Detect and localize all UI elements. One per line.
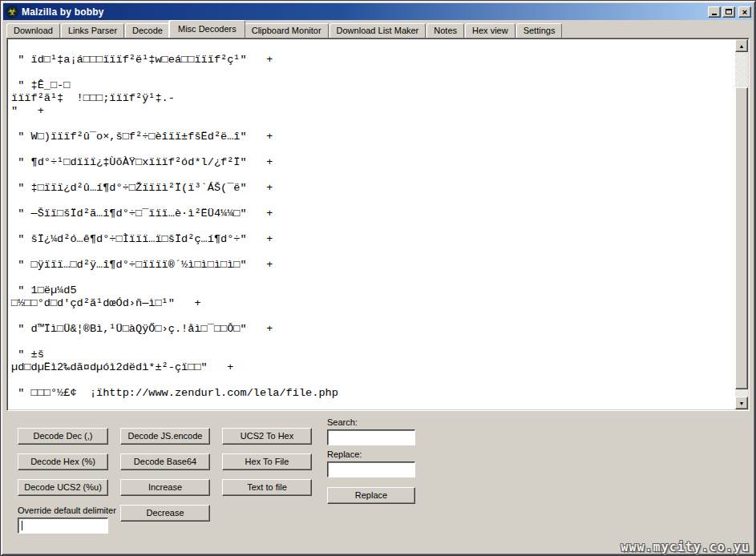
button-increase[interactable]: Increase <box>120 479 210 496</box>
text-cursor <box>22 521 22 530</box>
decoder-text-area[interactable]: " ïd□¹‡a¡á□□□ïïïf²ë¹‡w□eá□□ïïïf²ç¹" + " … <box>7 38 735 410</box>
malzilla-window: ☣ Malzilla by bobby × Download Links Par… <box>0 0 756 556</box>
scrollbar-thumb[interactable] <box>735 87 748 389</box>
watermark-text: www.mycity.co.yu <box>621 540 750 554</box>
tab-download-list-maker[interactable]: Download List Maker <box>329 23 427 38</box>
button-text-to-file[interactable]: Text to file <box>222 479 312 496</box>
tab-decode[interactable]: Decode <box>125 23 170 38</box>
window-title: Malzilla by bobby <box>22 6 708 18</box>
tab-links-parser[interactable]: Links Parser <box>61 23 124 38</box>
window-controls: × <box>708 6 751 18</box>
button-decode-hex[interactable]: Decode Hex (%) <box>18 453 108 470</box>
replace-button[interactable]: Replace <box>327 487 415 504</box>
tab-bar: Download Links Parser Decode Misc Decode… <box>3 20 753 38</box>
button-hex-to-file[interactable]: Hex To File <box>222 453 312 470</box>
button-decode-ucs2[interactable]: Decode UCS2 (%u) <box>18 479 108 496</box>
search-label: Search: <box>327 417 358 427</box>
tab-clipboard-monitor[interactable]: Clipboard Monitor <box>245 23 329 38</box>
override-delimiter-input[interactable] <box>18 518 108 534</box>
tab-settings[interactable]: Settings <box>516 23 563 38</box>
scroll-up-button[interactable]: ▲ <box>735 39 748 52</box>
scrollbar-track[interactable] <box>735 52 748 397</box>
maximize-icon <box>726 9 732 14</box>
decoder-controls-panel: Decode Dec (,) Decode JS.encode UCS2 To … <box>3 411 753 553</box>
close-button[interactable]: × <box>738 6 751 18</box>
biohazard-icon: ☣ <box>6 6 18 18</box>
button-decode-dec[interactable]: Decode Dec (,) <box>18 428 108 445</box>
tab-download[interactable]: Download <box>6 23 60 38</box>
tab-misc-decoders[interactable]: Misc Decoders <box>169 20 245 38</box>
override-delimiter-label: Override default delimiter <box>18 506 116 515</box>
search-input[interactable] <box>327 429 415 445</box>
maximize-button[interactable] <box>722 6 735 18</box>
replace-input[interactable] <box>327 461 415 477</box>
title-bar: ☣ Malzilla by bobby × <box>3 3 753 20</box>
button-ucs2-to-hex[interactable]: UCS2 To Hex <box>222 428 312 445</box>
decoder-button-grid: Decode Dec (,) Decode JS.encode UCS2 To … <box>18 428 312 496</box>
decoder-editor: " ïd□¹‡a¡á□□□ïïïf²ë¹‡w□eá□□ïïïf²ç¹" + " … <box>6 38 750 411</box>
close-icon: × <box>742 8 747 16</box>
vertical-scrollbar[interactable]: ▲ ▼ <box>735 39 748 409</box>
minimize-button[interactable] <box>708 6 721 18</box>
replace-label: Replace: <box>327 449 362 459</box>
minimize-icon <box>712 14 717 15</box>
tab-notes[interactable]: Notes <box>427 23 464 38</box>
button-decode-js-encode[interactable]: Decode JS.encode <box>120 428 210 445</box>
button-decode-base64[interactable]: Decode Base64 <box>120 453 210 470</box>
decrease-button[interactable]: Decrease <box>120 505 210 522</box>
scroll-down-button[interactable]: ▼ <box>735 397 748 409</box>
tab-hex-view[interactable]: Hex view <box>465 23 515 38</box>
